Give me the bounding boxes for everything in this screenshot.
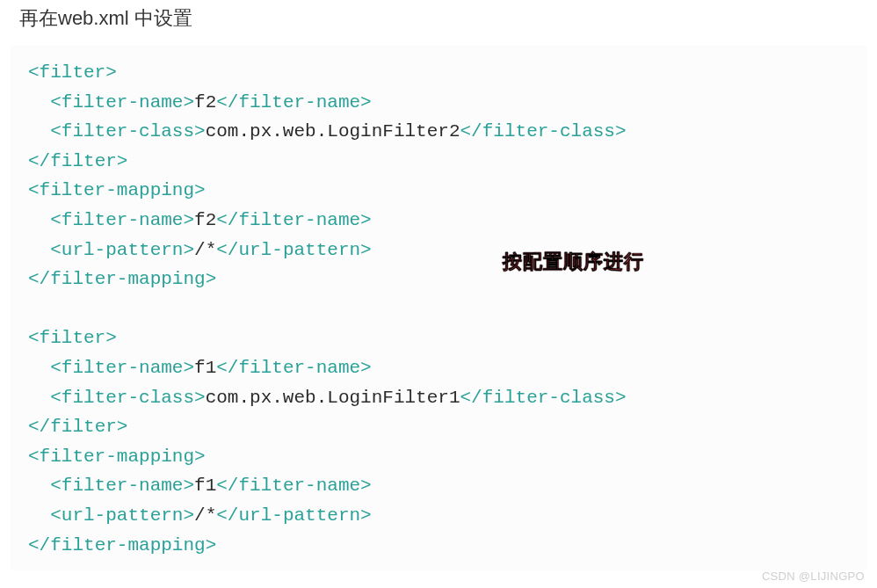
code-line: <url-pattern>/*</url-pattern> [28,236,849,265]
code-line: </filter-mapping> [28,265,849,294]
annotation-overlay: 按配置顺序进行 [503,246,644,277]
code-line: <filter-name>f1</filter-name> [28,471,849,501]
code-line: <filter> [28,58,849,88]
code-line: <filter-class>com.px.web.LoginFilter1</f… [28,383,849,413]
code-line: <filter-mapping> [28,176,849,206]
code-line: </filter> [28,147,849,177]
code-line: <filter-class>com.px.web.LoginFilter2</f… [28,117,849,147]
heading: 再在web.xml 中设置 [0,0,877,44]
code-line: <filter> [28,323,849,353]
code-line: <filter-name>f2</filter-name> [28,88,849,118]
code-line: </filter> [28,412,849,442]
watermark: CSDN @LIJINGPO [762,570,865,583]
code-line: <filter-mapping> [28,442,849,472]
code-line: <filter-name>f1</filter-name> [28,353,849,383]
code-line: <url-pattern>/*</url-pattern> [28,501,849,531]
blank-line [28,294,849,324]
code-line: <filter-name>f2</filter-name> [28,206,849,236]
code-line: </filter-mapping> [28,531,849,561]
code-block: <filter> <filter-name>f2</filter-name> <… [11,46,866,570]
